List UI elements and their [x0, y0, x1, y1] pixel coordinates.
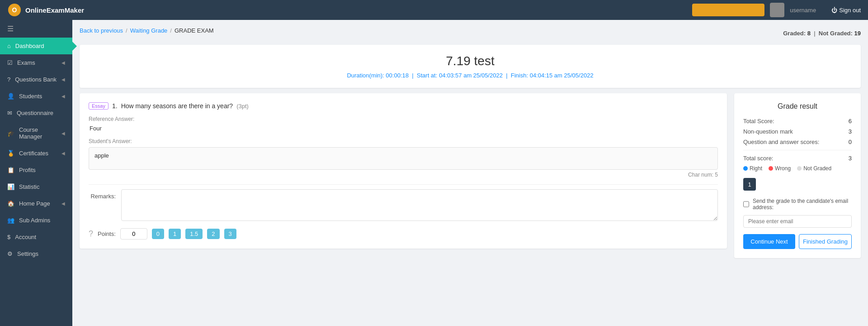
top-header: O OnlineExamMaker username ⏻ Sign out — [0, 0, 868, 20]
point-btn-1-5[interactable]: 1.5 — [185, 229, 203, 239]
sidebar-item-sub-admins[interactable]: 👥 Sub Admins — [0, 212, 72, 229]
sign-out-button[interactable]: ⏻ Sign out — [831, 7, 861, 14]
legend-wrong: Wrong — [769, 165, 791, 172]
legend-right: Right — [743, 165, 762, 172]
point-btn-0[interactable]: 0 — [152, 229, 164, 239]
total-score2-row: Total score: 3 — [743, 155, 852, 162]
email-checkbox[interactable] — [743, 201, 749, 207]
non-question-mark-label: Non-question mark — [743, 128, 793, 135]
sidebar-item-account[interactable]: $ Account — [0, 229, 72, 245]
finish-label: Finish: — [511, 72, 528, 79]
sidebar-item-dashboard[interactable]: ⌂ Dashboard — [0, 38, 72, 54]
total-score2-label: Total score: — [743, 155, 773, 162]
breadcrumb-current: GRADE EXAM — [175, 27, 214, 34]
exam-duration-row: Duration(min): 00:00:18 | Start at: 04:0… — [89, 72, 852, 79]
student-answer-label: Student's Answer: — [89, 138, 718, 144]
point-btn-3[interactable]: 3 — [224, 229, 236, 239]
total-score-label: Total Score: — [743, 118, 774, 125]
header-username: username — [790, 7, 826, 14]
points-input[interactable] — [120, 228, 147, 240]
sidebar-label-dashboard: Dashboard — [15, 43, 44, 49]
duration-value: 00:00:18 — [386, 72, 409, 79]
course-manager-icon: 🎓 — [7, 130, 14, 137]
legend-not-graded: Not Graded — [797, 165, 831, 172]
not-graded-label: Not Graded: — [819, 30, 853, 37]
account-icon: $ — [7, 234, 10, 240]
question-nav-btn-1[interactable]: 1 — [743, 178, 756, 191]
power-icon: ⏻ — [831, 7, 837, 14]
start-value: 04:03:57 am 25/05/2022 — [439, 72, 503, 79]
sidebar-item-settings[interactable]: ⚙ Settings — [0, 245, 72, 262]
chevron-right-icon-hp: ◀ — [61, 201, 65, 206]
sidebar-item-course-manager[interactable]: 🎓 Course Manager ◀ — [0, 121, 72, 145]
sidebar-label-profits: Profits — [19, 167, 36, 173]
questionnaire-icon: ✉ — [7, 110, 12, 116]
back-to-previous-link[interactable]: Back to previous — [80, 27, 123, 34]
char-num: Char num: 5 — [89, 172, 718, 178]
active-arrow — [72, 42, 77, 51]
sidebar-item-profits[interactable]: 📋 Profits — [0, 162, 72, 178]
waiting-grade-link[interactable]: Waiting Grade — [130, 27, 168, 34]
header-user-bar — [692, 4, 764, 16]
point-btn-2[interactable]: 2 — [207, 229, 219, 239]
dashboard-icon: ⌂ — [7, 43, 11, 49]
sidebar-item-questionnaire[interactable]: ✉ Questionnaire — [0, 105, 72, 121]
right-label: Right — [750, 165, 762, 172]
sidebar-item-students[interactable]: 👤 Students ◀ — [0, 88, 72, 105]
logo-icon: O — [7, 3, 22, 17]
breadcrumb-sep-1: / — [126, 27, 127, 34]
question-panel: Essay 1. How many seasons are there in a… — [80, 93, 727, 249]
email-input[interactable] — [743, 215, 852, 228]
point-btn-1[interactable]: 1 — [169, 229, 181, 239]
sidebar-item-statistic[interactable]: 📊 Statistic — [0, 178, 72, 195]
grade-divider — [743, 150, 852, 150]
right-dot — [743, 166, 748, 171]
home-page-icon: 🏠 — [7, 200, 14, 207]
continue-next-button[interactable]: Continue Next — [743, 234, 795, 249]
sidebar-item-home-page[interactable]: 🏠 Home Page ◀ — [0, 195, 72, 212]
email-checkbox-label: Send the grade to the candidate's email … — [753, 198, 852, 211]
certificates-icon: 🏅 — [7, 150, 14, 157]
graded-value: 8 — [807, 30, 811, 37]
points-label: Points: — [98, 230, 116, 237]
not-graded-dot — [797, 166, 802, 171]
sign-out-label: Sign out — [839, 7, 861, 14]
sidebar-item-certificates[interactable]: 🏅 Certificates ◀ — [0, 145, 72, 162]
svg-text:O: O — [12, 6, 17, 14]
sidebar-item-questions-bank[interactable]: ? Questions Bank ◀ — [0, 71, 72, 88]
not-graded-legend-label: Not Graded — [803, 165, 831, 172]
sidebar-hamburger[interactable]: ☰ — [0, 20, 72, 38]
breadcrumb-sep-2: / — [170, 27, 172, 34]
logo-text: OnlineExamMaker — [25, 6, 84, 14]
finished-grading-button[interactable]: Finished Grading — [799, 234, 852, 249]
grade-panel: Grade result Total Score: 6 Non-question… — [734, 93, 861, 258]
chevron-right-icon: ◀ — [61, 60, 65, 65]
profits-icon: 📋 — [7, 167, 14, 173]
sidebar-label-settings: Settings — [17, 250, 38, 257]
essay-badge: Essay — [89, 102, 108, 110]
non-question-mark-row: Non-question mark 3 — [743, 128, 852, 135]
sidebar-item-exams[interactable]: ☑ Exams ◀ — [0, 54, 72, 71]
sidebar-label-statistic: Statistic — [19, 183, 40, 190]
non-question-mark-value: 3 — [849, 128, 852, 135]
exam-main-title: 7.19 test — [89, 54, 852, 68]
sidebar-label-students: Students — [19, 93, 42, 100]
help-icon[interactable]: ? — [89, 229, 93, 239]
header-avatar — [770, 3, 784, 17]
remarks-row: Remarks: — [89, 184, 718, 221]
remarks-textarea[interactable] — [121, 189, 718, 221]
sidebar-label-home-page: Home Page — [19, 200, 50, 207]
total-score2-value: 3 — [849, 155, 852, 162]
sidebar-label-certificates: Certificates — [19, 150, 48, 157]
header-right: username ⏻ Sign out — [692, 3, 861, 17]
remarks-label: Remarks: — [89, 189, 116, 200]
chevron-right-icon-st: ◀ — [61, 94, 65, 99]
total-score-value: 6 — [849, 118, 852, 125]
students-icon: 👤 — [7, 93, 14, 100]
finish-value: 04:04:15 am 25/05/2022 — [530, 72, 594, 79]
email-row: Send the grade to the candidate's email … — [743, 198, 852, 211]
not-graded-value: 19 — [854, 30, 861, 37]
points-row: ? Points: 0 1 1.5 2 3 — [89, 228, 718, 240]
sub-admins-icon: 👥 — [7, 217, 14, 224]
qa-scores-value: 0 — [849, 139, 852, 145]
